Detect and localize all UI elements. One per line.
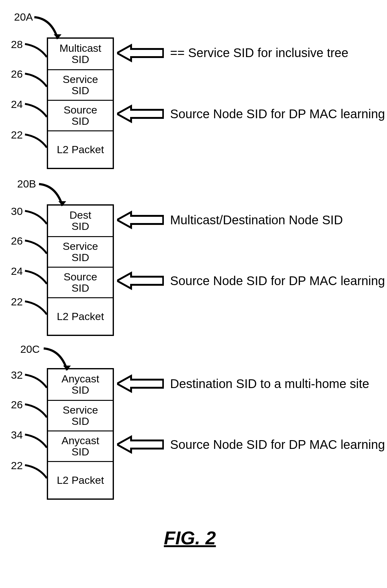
layer-text: L2 Packet <box>57 311 104 322</box>
layer-text: Service <box>63 405 98 416</box>
tick-icon <box>23 132 48 149</box>
tick-icon <box>23 463 48 480</box>
stack-C-layer-2: Anycast SID <box>48 430 113 461</box>
ref-20B: 20B <box>17 178 36 190</box>
layer-text: SID <box>71 85 89 96</box>
stack-C-layer-3: L2 Packet <box>48 461 113 498</box>
layer-text: SID <box>71 54 89 65</box>
ref-32: 32 <box>11 369 23 381</box>
tick-icon <box>23 101 48 119</box>
ref-26: 26 <box>11 399 23 411</box>
tick-icon <box>23 299 48 316</box>
stack-C-layer-1: Service SID <box>48 400 113 430</box>
tick-icon <box>23 71 48 88</box>
figure-page: 20A Multicast SID Service SID Source SID… <box>0 0 387 588</box>
annot-A2: Source Node SID for DP MAC learning <box>170 107 385 121</box>
layer-text: Dest <box>70 210 91 221</box>
layer-text: L2 Packet <box>57 144 104 155</box>
ref-22: 22 <box>11 296 23 308</box>
stack-A-layer-2: Source SID <box>48 100 113 130</box>
ref-20A: 20A <box>14 11 33 23</box>
left-arrow-icon <box>117 435 164 454</box>
stack-B-layer-0: Dest SID <box>48 206 113 236</box>
tick-icon <box>23 41 48 59</box>
layer-text: Anycast <box>61 435 99 446</box>
annot-A0: == Service SID for inclusive tree <box>170 46 348 60</box>
layer-text: SID <box>71 252 89 263</box>
left-arrow-icon <box>117 44 164 62</box>
ref-20C: 20C <box>20 343 40 355</box>
layer-text: SID <box>71 116 89 127</box>
layer-text: Service <box>63 74 98 85</box>
ref-28: 28 <box>11 38 23 51</box>
stack-A-layer-0: Multicast SID <box>48 39 113 69</box>
ref-22: 22 <box>11 459 23 472</box>
annot-B2: Source Node SID for DP MAC learning <box>170 274 385 288</box>
tick-icon <box>23 208 48 226</box>
layer-text: SID <box>71 446 89 458</box>
left-arrow-icon <box>117 211 164 229</box>
stack-C-layer-0: Anycast SID <box>48 369 113 400</box>
ref-24: 24 <box>11 98 23 110</box>
layer-text: SID <box>71 221 89 232</box>
layer-text: Source <box>64 271 97 283</box>
annot-C2: Source Node SID for DP MAC learning <box>170 438 385 452</box>
annot-B0: Multicast/Destination Node SID <box>170 213 343 227</box>
figure-label: FIG. 2 <box>164 527 216 549</box>
layer-text: L2 Packet <box>57 475 104 486</box>
layer-text: Multicast <box>59 43 101 54</box>
stack-B-layer-1: Service SID <box>48 236 113 267</box>
tick-icon <box>23 238 48 255</box>
tick-icon <box>23 432 48 449</box>
ref-22: 22 <box>11 129 23 141</box>
stack-20C: Anycast SID Service SID Anycast SID L2 P… <box>47 368 114 500</box>
layer-text: SID <box>71 385 89 396</box>
ref-30: 30 <box>11 205 23 217</box>
layer-text: Anycast <box>61 373 99 385</box>
left-arrow-icon <box>117 104 164 123</box>
layer-text: SID <box>71 283 89 294</box>
stack-20B: Dest SID Service SID Source SID L2 Packe… <box>47 204 114 336</box>
layer-text: SID <box>71 416 89 427</box>
stack-A-layer-1: Service SID <box>48 69 113 100</box>
ref-26: 26 <box>11 68 23 80</box>
tick-icon <box>23 268 48 285</box>
stack-B-layer-3: L2 Packet <box>48 297 113 335</box>
tick-icon <box>23 402 48 419</box>
left-arrow-icon <box>117 271 164 290</box>
ref-24: 24 <box>11 265 23 277</box>
ref-26: 26 <box>11 235 23 247</box>
stack-A-layer-3: L2 Packet <box>48 130 113 168</box>
ref-34: 34 <box>11 429 23 441</box>
stack-20A: Multicast SID Service SID Source SID L2 … <box>47 37 114 169</box>
layer-text: Service <box>63 241 98 252</box>
tick-icon <box>23 372 48 389</box>
annot-C0: Destination SID to a multi-home site <box>170 377 369 391</box>
stack-B-layer-2: Source SID <box>48 267 113 297</box>
layer-text: Source <box>64 104 97 116</box>
left-arrow-icon <box>117 374 164 393</box>
